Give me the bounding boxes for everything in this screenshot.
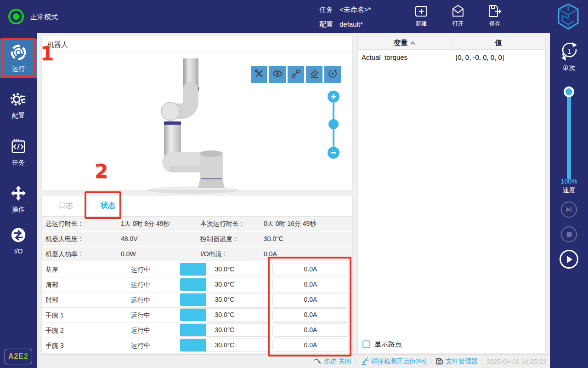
info-label: 机器人电压 : — [45, 232, 81, 246]
config-row: 配置default* — [319, 20, 363, 29]
open-task-button[interactable]: 打开 — [447, 4, 469, 28]
header-label: 变量 — [394, 39, 407, 46]
info-label: 总运行时长 : — [45, 217, 81, 231]
joint-name: 手腕 1 — [45, 308, 64, 323]
zoom-out-button[interactable] — [328, 147, 339, 159]
statusbar-timestamp: 2025-04-01 14:25:23 — [486, 358, 546, 365]
open-task-icon — [447, 4, 469, 18]
info-label: 控制器温度 : — [200, 232, 236, 246]
speed-slider-track[interactable] — [567, 92, 571, 179]
visibility-button[interactable] — [269, 66, 286, 83]
joint-current: 0.0A — [272, 263, 349, 276]
robot-panel-title: 机器人 — [42, 36, 352, 52]
mode-label: 正常模式 — [30, 13, 58, 22]
step-mode-label: 步进 关闭 — [324, 357, 351, 366]
step-mode-toggle[interactable]: 步进 关闭 — [313, 357, 351, 366]
config-value: default* — [339, 20, 363, 28]
joint-temp-cell: 30.0°C — [180, 278, 270, 291]
step-mode-icon — [313, 358, 322, 365]
zoom-slider-knob[interactable] — [328, 119, 339, 129]
view-toolbar — [251, 66, 341, 83]
step-next-icon — [565, 206, 572, 213]
variables-header-name[interactable]: 变量 — [358, 36, 452, 49]
path-button[interactable] — [288, 66, 304, 83]
app-logo-icon — [557, 3, 580, 32]
sidebar-item-operate[interactable]: 操作 — [0, 179, 37, 219]
speed-label: 速度 — [550, 186, 588, 195]
info-value: 48.0V — [121, 232, 138, 246]
sidebar-item-run[interactable]: 运行 — [0, 39, 37, 78]
sidebar-item-label: 配置 — [12, 112, 25, 120]
show-waypoints-checkbox[interactable] — [362, 340, 370, 348]
collision-detection-icon — [360, 357, 369, 366]
joint-temp-cell: 30.0°C — [180, 263, 270, 276]
task-value: <未命名>* — [339, 6, 371, 13]
zoom-in-button[interactable] — [328, 91, 339, 103]
left-sidebar: 运行 配置 任务 — [0, 33, 37, 368]
joint-temp-cell: 30.0°C — [180, 323, 270, 337]
joint-current: 0.0A — [272, 308, 349, 322]
eraser-button[interactable] — [306, 66, 322, 83]
statusbar-separator — [356, 358, 356, 365]
eraser-icon — [309, 69, 319, 80]
speed-percentage: 100% — [550, 178, 588, 185]
status-table: 总运行时长 : 1天 0时 8分 49秒 本次运行时长 : 0天 0时 16分 … — [41, 216, 353, 353]
new-task-button[interactable]: 新建 — [410, 4, 432, 28]
step-next-button[interactable] — [561, 201, 577, 218]
file-manager-button[interactable]: 文件管理器 — [435, 357, 478, 366]
stop-button[interactable] — [561, 226, 577, 242]
run-icon — [10, 44, 27, 63]
tab-status[interactable]: 状态 — [87, 196, 129, 216]
config-gear-icon — [10, 91, 27, 109]
variable-row[interactable]: Actual_torques [0, 0, -0, 0, 0, 0] — [358, 50, 545, 61]
play-button[interactable] — [560, 250, 578, 269]
run-mode-button[interactable]: 1 单次 — [550, 41, 588, 72]
stop-icon — [566, 231, 572, 238]
io-icon — [10, 226, 27, 245]
joint-status: 运行中 — [115, 277, 166, 293]
path-icon — [291, 69, 301, 80]
mode-status-dot — [13, 13, 19, 20]
collision-detection-toggle[interactable]: 碰撞检测开启(50%) — [360, 357, 427, 366]
speed-slider-knob[interactable] — [564, 86, 574, 97]
info-value: 0天 0时 16分 49秒 — [264, 217, 316, 231]
joint-row-elbow: 肘部 运行中 30.0°C 0.0A — [42, 293, 352, 308]
sidebar-item-task[interactable]: 任务 — [0, 132, 37, 172]
new-task-icon — [410, 4, 432, 18]
run-mode-label: 单次 — [550, 64, 588, 72]
sidebar-item-io[interactable]: I/O — [0, 221, 37, 260]
joint-name: 肩部 — [45, 277, 58, 293]
open-task-label: 打开 — [447, 20, 469, 28]
joint-status: 运行中 — [115, 262, 166, 277]
sidebar-item-label: 运行 — [12, 65, 25, 73]
robot-3d-view[interactable] — [124, 56, 271, 196]
tab-log[interactable]: 日志 — [45, 196, 87, 216]
show-waypoints-row: 显示路点 — [362, 340, 402, 349]
save-task-button[interactable]: 保存 — [484, 4, 506, 28]
play-icon — [565, 255, 573, 264]
joint-temp: 30.0°C — [180, 339, 269, 351]
joint-temp: 30.0°C — [180, 263, 269, 276]
joint-temp-cell: 30.0°C — [180, 339, 270, 352]
joint-status: 运行中 — [115, 338, 166, 353]
variables-header: 变量 值 — [358, 36, 545, 50]
joint-temp: 30.0°C — [180, 278, 269, 291]
task-row: 任务<未命名>* — [319, 6, 371, 14]
info-value: 1天 0时 8分 49秒 — [121, 217, 170, 231]
file-manager-label: 文件管理器 — [446, 357, 478, 366]
joint-row-base: 基座 运行中 30.0°C 0.0A — [42, 262, 352, 277]
joint-current: 0.0A — [272, 293, 349, 306]
statusbar-separator — [482, 358, 482, 365]
info-label: 机器人功率 : — [45, 247, 81, 261]
info-value: 30.0°C — [264, 232, 283, 246]
sidebar-item-label: 任务 — [12, 159, 25, 167]
joint-status: 运行中 — [115, 323, 166, 338]
tools-button[interactable] — [251, 66, 267, 83]
sidebar-item-config[interactable]: 配置 — [0, 86, 37, 125]
sort-asc-icon — [410, 41, 415, 45]
joint-status: 运行中 — [115, 308, 166, 323]
rotate-view-button[interactable] — [324, 66, 341, 83]
joint-current: 0.0A — [272, 339, 349, 352]
config-label: 配置 — [319, 20, 333, 28]
variables-header-value[interactable]: 值 — [452, 36, 546, 49]
